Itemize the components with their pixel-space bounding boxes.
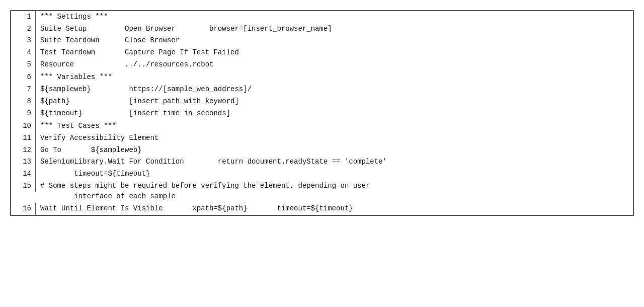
table-row: 14 timeout=${timeout} [11, 168, 633, 180]
line-number: 8 [11, 96, 36, 108]
table-row: 4Test Teardown Capture Page If Test Fail… [11, 47, 633, 59]
line-content: ${timeout} [insert_time_in_seconds] [36, 108, 633, 120]
table-row: 6*** Variables *** [11, 71, 633, 84]
line-content: ${path} [insert_path_with_keyword] [36, 96, 633, 108]
line-content: Suite Setup Open Browser browser=[insert… [36, 23, 633, 35]
line-number: 11 [11, 132, 36, 144]
line-content: Verify Accessibility Element [36, 132, 633, 144]
line-number: 14 [11, 168, 36, 180]
line-content: Go To ${sampleweb} [36, 144, 633, 157]
table-row: 15# Some steps might be required before … [11, 180, 633, 203]
table-row: 13SeleniumLibrary.Wait For Condition ret… [11, 156, 633, 168]
line-content: timeout=${timeout} [36, 168, 633, 180]
line-content: Suite Teardown Close Browser [36, 35, 633, 47]
table-row: 9${timeout} [insert_time_in_seconds] [11, 108, 633, 120]
line-number: 7 [11, 84, 36, 96]
line-number: 16 [11, 203, 36, 215]
code-editor: 1*** Settings ***2Suite Setup Open Brows… [10, 10, 634, 216]
table-row: 11Verify Accessibility Element [11, 132, 633, 144]
line-number: 3 [11, 35, 36, 47]
line-content: ${sampleweb} https://[sample_web_address… [36, 84, 633, 96]
line-content: # Some steps might be required before ve… [36, 180, 633, 203]
table-row: 1*** Settings *** [11, 11, 633, 23]
table-row: 5Resource ../../resources.robot [11, 59, 633, 71]
line-number: 2 [11, 23, 36, 35]
line-number: 6 [11, 71, 36, 84]
line-number: 15 [11, 180, 36, 192]
table-row: 8${path} [insert_path_with_keyword] [11, 96, 633, 108]
line-content: *** Settings *** [36, 11, 633, 23]
line-number: 1 [11, 11, 36, 23]
line-content: Test Teardown Capture Page If Test Faile… [36, 47, 633, 59]
table-row: 7${sampleweb} https://[sample_web_addres… [11, 84, 633, 96]
line-number: 9 [11, 108, 36, 120]
table-row: 3Suite Teardown Close Browser [11, 35, 633, 47]
line-content: Resource ../../resources.robot [36, 59, 633, 71]
table-row: 2Suite Setup Open Browser browser=[inser… [11, 23, 633, 35]
table-row: 10*** Test Cases *** [11, 120, 633, 132]
line-number: 13 [11, 156, 36, 168]
line-content: *** Variables *** [36, 71, 633, 84]
table-row: 16Wait Until Element Is Visible xpath=${… [11, 203, 633, 215]
line-content: Wait Until Element Is Visible xpath=${pa… [36, 203, 633, 215]
line-number: 4 [11, 47, 36, 59]
line-number: 12 [11, 144, 36, 157]
line-content: SeleniumLibrary.Wait For Condition retur… [36, 156, 633, 168]
line-number: 10 [11, 120, 36, 132]
line-number: 5 [11, 59, 36, 71]
table-row: 12Go To ${sampleweb} [11, 144, 633, 157]
line-content: *** Test Cases *** [36, 120, 633, 132]
